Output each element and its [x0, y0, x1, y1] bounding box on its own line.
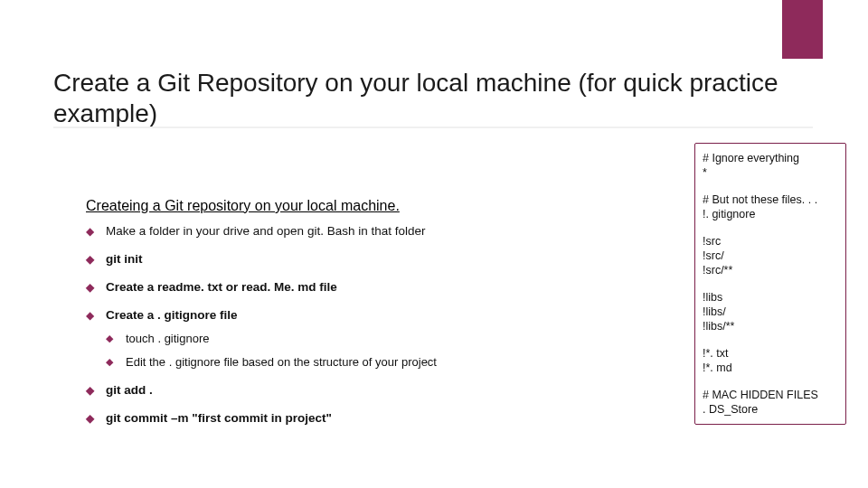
list-item: Edit the . gitignore file based on the s…	[106, 355, 437, 369]
accent-tab	[782, 0, 823, 59]
gitignore-block: !src !src/ !src/**	[703, 234, 838, 277]
gitignore-example-box: # Ignore everything * # But not these fi…	[694, 143, 846, 425]
gitignore-block: # MAC HIDDEN FILES . DS_Store	[703, 388, 838, 417]
list-item: git init	[86, 252, 437, 266]
gitignore-block: # But not these files. . . !. gitignore	[703, 192, 838, 221]
section-subtitle: Createing a Git repository on your local…	[86, 198, 400, 214]
list-item: Make a folder in your drive and open git…	[86, 224, 437, 238]
title-underline	[53, 127, 813, 128]
gitignore-block: !libs !libs/ !libs/**	[703, 290, 838, 333]
sub-steps-list: touch . gitignore Edit the . gitignore f…	[106, 332, 437, 369]
list-item: git add .	[86, 383, 437, 397]
list-item: git commit –m "first commit in project"	[86, 411, 437, 425]
list-item: touch . gitignore	[106, 332, 437, 345]
gitignore-block: # Ignore everything *	[703, 151, 838, 180]
steps-list: Make a folder in your drive and open git…	[86, 224, 437, 439]
gitignore-block: !*. txt !*. md	[703, 346, 838, 375]
slide-title: Create a Git Repository on your local ma…	[53, 68, 868, 129]
list-item-label: Create a . gitignore file	[106, 308, 238, 322]
list-item: Create a readme. txt or read. Me. md fil…	[86, 280, 437, 294]
list-item: Create a . gitignore file touch . gitign…	[86, 308, 437, 369]
